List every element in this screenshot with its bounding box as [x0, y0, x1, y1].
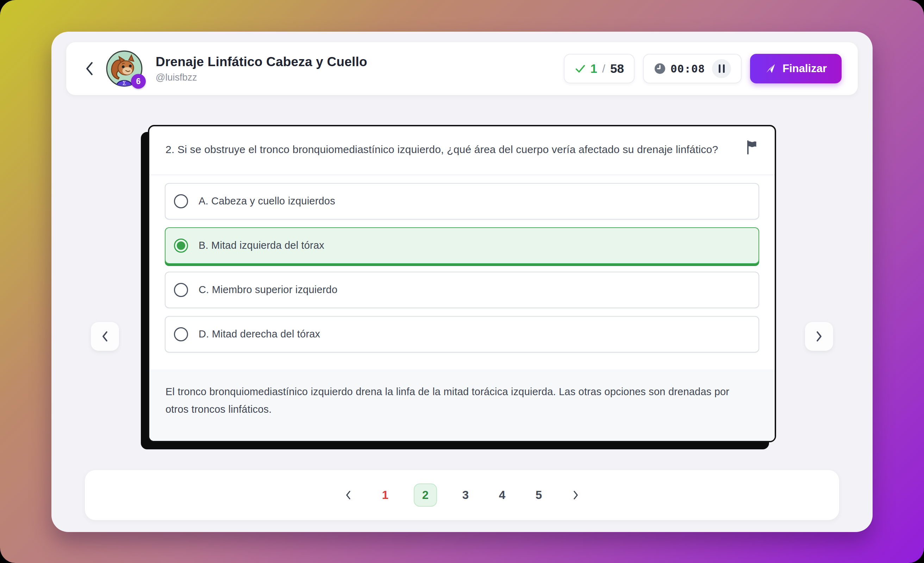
page-button-5[interactable]: 5: [531, 484, 547, 506]
option-label: D. Mitad derecha del tórax: [199, 328, 320, 340]
level-badge: 6: [131, 74, 146, 89]
check-icon: [574, 63, 586, 75]
question-text: 2. Si se obstruye el tronco bronquiomedi…: [165, 141, 718, 158]
timer-value: 00:08: [670, 62, 705, 75]
explanation-text: El tronco bronquiomediastínico izquierdo…: [165, 383, 750, 419]
option-d[interactable]: D. Mitad derecha del tórax: [165, 316, 759, 353]
send-icon: [765, 63, 776, 74]
page-button-4[interactable]: 4: [494, 484, 510, 506]
prev-question-button[interactable]: [91, 322, 119, 351]
title-block: Drenaje Linfático Cabeza y Cuello @luisf…: [156, 55, 367, 83]
radio-unselected-icon[interactable]: [174, 194, 188, 208]
question-stage: 2. Si se obstruye el tronco bronquiomedi…: [51, 95, 873, 470]
option-label: A. Cabeza y cuello izquierdos: [199, 195, 335, 207]
pagination-prev-button[interactable]: [340, 487, 357, 503]
option-a[interactable]: A. Cabeza y cuello izquierdos: [165, 183, 759, 220]
quiz-title: Drenaje Linfático Cabeza y Cuello: [156, 55, 367, 69]
pause-button[interactable]: [712, 59, 731, 78]
page-button-1[interactable]: 1: [377, 484, 393, 506]
next-question-button[interactable]: [805, 322, 833, 351]
options-list: A. Cabeza y cuello izquierdos B. Mitad i…: [149, 175, 775, 370]
finish-button-label: Finalizar: [783, 62, 827, 75]
total-questions: 58: [610, 61, 624, 76]
pause-icon: [719, 64, 720, 73]
avatar[interactable]: Σ 6: [106, 50, 143, 87]
chevron-left-icon: [100, 329, 110, 343]
option-label: C. Miembro superior izquierdo: [199, 284, 338, 296]
app-panel: Σ 6 Drenaje Linfático Cabeza y Cuello @l…: [51, 31, 873, 532]
radio-unselected-icon[interactable]: [174, 327, 188, 341]
quiz-author-username: @luisfbzz: [156, 72, 367, 83]
header-bar: Σ 6 Drenaje Linfático Cabeza y Cuello @l…: [66, 42, 858, 95]
flag-icon: [745, 140, 759, 154]
radio-selected-icon[interactable]: [174, 238, 188, 253]
flag-question-button[interactable]: [745, 140, 759, 156]
pagination-bar: 1 2 3 4 5: [85, 470, 839, 520]
progress-separator: /: [602, 62, 606, 75]
pagination-next-button[interactable]: [567, 487, 584, 503]
svg-text:Σ: Σ: [123, 80, 126, 87]
chevron-right-icon: [571, 489, 580, 501]
chevron-left-icon: [84, 61, 95, 76]
page-button-3[interactable]: 3: [458, 484, 474, 506]
page-button-2-current[interactable]: 2: [414, 484, 437, 507]
timer-pill: 00:08: [643, 54, 742, 83]
option-label: B. Mitad izquierda del tórax: [199, 240, 324, 251]
progress-pill: 1 / 58: [564, 54, 634, 83]
question-card: 2. Si se obstruye el tronco bronquiomedi…: [148, 125, 776, 442]
answered-count: 1: [591, 61, 597, 76]
header-actions: 1 / 58 00:08 Finalizar: [564, 54, 842, 83]
chevron-right-icon: [814, 329, 824, 343]
option-b-selected[interactable]: B. Mitad izquierda del tórax: [165, 227, 759, 264]
option-c[interactable]: C. Miembro superior izquierdo: [165, 272, 759, 308]
question-header: 2. Si se obstruye el tronco bronquiomedi…: [149, 126, 775, 175]
back-button[interactable]: [80, 59, 99, 78]
chevron-left-icon: [344, 489, 353, 501]
radio-unselected-icon[interactable]: [174, 283, 188, 297]
clock-icon: [654, 62, 666, 75]
finish-button[interactable]: Finalizar: [750, 54, 842, 83]
explanation-panel: El tronco bronquiomediastínico izquierdo…: [149, 370, 775, 441]
